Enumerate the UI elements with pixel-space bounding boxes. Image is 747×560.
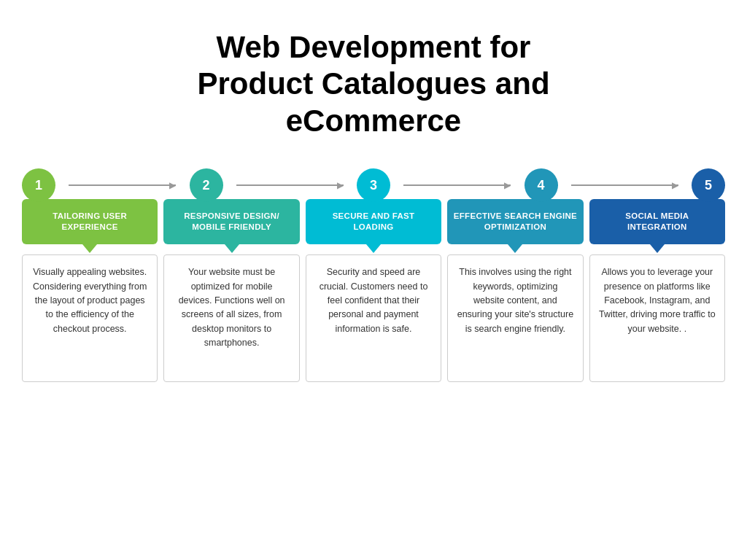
card-1: TAILORING USER EXPERIENCE Visually appea…: [22, 199, 158, 382]
card-5-content: Allows you to leverage your presence on …: [589, 254, 725, 382]
card-5: SOCIAL MEDIA INTEGRATION Allows you to l…: [589, 199, 725, 382]
card-2-label: RESPONSIVE DESIGN/ MOBILE FRIENDLY: [163, 199, 299, 244]
step-circle-3: 3: [357, 168, 390, 202]
card-5-label: SOCIAL MEDIA INTEGRATION: [589, 199, 725, 244]
cards-row: TAILORING USER EXPERIENCE Visually appea…: [22, 199, 725, 382]
card-3: SECURE AND FAST LOADING Security and spe…: [306, 199, 441, 382]
step-circle-5: 5: [692, 168, 725, 202]
arrow-4: [558, 184, 692, 186]
card-2-content: Your website must be optimized for mobil…: [163, 254, 299, 382]
card-3-content: Security and speed are crucial. Customer…: [306, 254, 441, 382]
page-container: Web Development for Product Catalogues a…: [0, 0, 747, 560]
card-4: EFFECTIVE SEARCH ENGINE OPTIMIZATION Thi…: [447, 199, 583, 382]
arrow-1: [55, 184, 190, 186]
arrow-2: [223, 184, 357, 186]
page-title: Web Development for Product Catalogues a…: [197, 29, 549, 139]
step-circle-1: 1: [22, 168, 55, 202]
card-4-content: This involves using the right keywords, …: [447, 254, 583, 382]
card-1-content: Visually appealing websites. Considering…: [22, 254, 158, 382]
timeline-row: 1 2 3 4 5: [22, 168, 725, 202]
step-circle-2: 2: [190, 168, 223, 202]
card-1-label: TAILORING USER EXPERIENCE: [22, 199, 158, 244]
card-4-label: EFFECTIVE SEARCH ENGINE OPTIMIZATION: [447, 199, 583, 244]
card-2: RESPONSIVE DESIGN/ MOBILE FRIENDLY Your …: [163, 199, 299, 382]
card-3-label: SECURE AND FAST LOADING: [306, 199, 441, 244]
arrow-3: [390, 184, 525, 186]
step-circle-4: 4: [525, 168, 558, 202]
